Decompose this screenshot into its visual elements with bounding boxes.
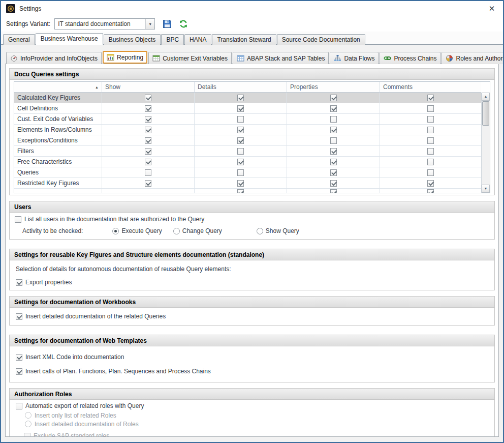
vertical-scrollbar[interactable]: ▲ ▼ bbox=[481, 93, 490, 193]
show-checkbox[interactable] bbox=[145, 159, 151, 165]
radio-label: Show Query bbox=[266, 227, 299, 234]
details-checkbox[interactable] bbox=[237, 116, 244, 123]
details-checkbox[interactable] bbox=[237, 189, 244, 193]
comments-checkbox[interactable] bbox=[427, 180, 434, 187]
main-tab-business-objects[interactable]: Business Objects bbox=[104, 34, 161, 45]
comments-checkbox[interactable] bbox=[427, 169, 434, 176]
properties-checkbox[interactable] bbox=[330, 159, 337, 165]
cell-details bbox=[195, 167, 287, 178]
comments-checkbox[interactable] bbox=[427, 116, 434, 123]
column-header-show[interactable]: Show bbox=[102, 82, 195, 92]
show-checkbox[interactable] bbox=[145, 180, 151, 187]
properties-checkbox[interactable] bbox=[330, 180, 337, 187]
show-checkbox[interactable] bbox=[145, 95, 151, 101]
cell-comments bbox=[380, 114, 481, 124]
properties-checkbox[interactable] bbox=[330, 95, 337, 101]
table-row-filters[interactable]: Filters bbox=[14, 146, 481, 157]
settings-variant-select[interactable]: IT standard documentation ▼ bbox=[54, 18, 155, 29]
activity-radio-execute-query[interactable]: Execute Query bbox=[112, 227, 162, 234]
export-properties-checkbox[interactable] bbox=[16, 279, 22, 286]
close-icon[interactable]: ✕ bbox=[486, 4, 498, 13]
properties-checkbox[interactable] bbox=[330, 105, 337, 112]
main-tab-hana[interactable]: HANA bbox=[184, 34, 211, 45]
table-row-cell-definitions[interactable]: Cell Definitions bbox=[14, 103, 481, 114]
sub-tab-infoprovider-and-infoobjects[interactable]: InfoProvider and InfoObjects bbox=[6, 52, 102, 64]
row-label: Elements in Rows/Columns bbox=[14, 125, 102, 135]
sub-tab-process-chains[interactable]: Process Chains bbox=[380, 52, 440, 64]
show-checkbox[interactable] bbox=[145, 148, 151, 155]
list-all-users-checkbox[interactable] bbox=[15, 216, 21, 223]
show-checkbox[interactable] bbox=[145, 137, 151, 144]
exclude-sap-roles-label: Exclude SAP standard roles bbox=[34, 432, 109, 437]
insert-xml-code-checkbox[interactable] bbox=[16, 354, 22, 361]
properties-checkbox[interactable] bbox=[330, 189, 337, 193]
table-row-partial[interactable] bbox=[14, 189, 481, 193]
properties-checkbox[interactable] bbox=[330, 169, 337, 176]
main-tab-bpc[interactable]: BPC bbox=[161, 34, 184, 45]
sub-tab-strip: InfoProvider and InfoObjectsReportingCus… bbox=[5, 51, 499, 64]
table-row-elements-in-rows-columns[interactable]: Elements in Rows/Columns bbox=[14, 125, 481, 135]
sub-tab-roles-and-authorizations[interactable]: Roles and Authorizations bbox=[442, 52, 503, 64]
comments-checkbox[interactable] bbox=[427, 189, 434, 193]
column-header-comments[interactable]: Comments bbox=[380, 82, 481, 92]
details-checkbox[interactable] bbox=[237, 169, 244, 176]
details-checkbox[interactable] bbox=[237, 137, 244, 144]
comments-checkbox[interactable] bbox=[427, 159, 434, 165]
auto-export-roles-checkbox[interactable] bbox=[16, 403, 22, 409]
show-checkbox[interactable] bbox=[145, 116, 151, 123]
comments-checkbox[interactable] bbox=[427, 148, 434, 155]
details-checkbox[interactable] bbox=[237, 127, 244, 133]
scroll-up-button[interactable]: ▲ bbox=[482, 93, 490, 101]
sub-tab-label: Roles and Authorizations bbox=[456, 55, 503, 62]
comments-checkbox[interactable] bbox=[427, 95, 434, 101]
details-checkbox[interactable] bbox=[237, 105, 244, 112]
sub-tab-customer-exit-variables[interactable]: Customer Exit Variables bbox=[148, 52, 232, 64]
cell-comments bbox=[380, 103, 481, 113]
chevron-down-icon[interactable]: ▼ bbox=[145, 19, 154, 29]
table-row-free-characteristics[interactable]: Free Characteristics bbox=[14, 157, 481, 167]
table-row-restricted-key-figures[interactable]: Restricted Key Figures bbox=[14, 178, 481, 189]
show-checkbox[interactable] bbox=[145, 105, 151, 112]
cell-details bbox=[195, 114, 287, 124]
activity-radio-change-query[interactable]: Change Query bbox=[173, 227, 222, 234]
table-row-calculated-key-figures[interactable]: Calculated Key Figures bbox=[14, 93, 481, 103]
sub-tab-abap-stack-and-sap-tables[interactable]: ABAP Stack and SAP Tables bbox=[233, 52, 329, 64]
scrollbar-track[interactable] bbox=[482, 126, 490, 185]
main-tab-translation-steward[interactable]: Translation Steward bbox=[212, 34, 276, 45]
scrollbar-thumb[interactable] bbox=[482, 101, 489, 126]
cell-comments bbox=[380, 125, 481, 135]
scroll-down-button[interactable]: ▼ bbox=[482, 185, 490, 193]
main-tab-business-warehouse[interactable]: Business Warehouse bbox=[36, 33, 103, 45]
column-header-details[interactable]: Details bbox=[195, 82, 287, 92]
table-row-queries[interactable]: Queries bbox=[14, 167, 481, 178]
table-row-cust-exit-code-of-variables[interactable]: Cust. Exit Code of Variables bbox=[14, 114, 481, 125]
comments-checkbox[interactable] bbox=[427, 137, 434, 144]
insert-related-queries-checkbox[interactable] bbox=[16, 313, 22, 320]
insert-plan-calls-checkbox[interactable] bbox=[16, 368, 22, 375]
sub-tab-data-flows[interactable]: Data Flows bbox=[330, 52, 379, 64]
main-tab-source-code-documentation[interactable]: Source Code Documentation bbox=[277, 34, 365, 45]
details-checkbox[interactable] bbox=[237, 159, 244, 165]
properties-checkbox[interactable] bbox=[330, 116, 337, 123]
comments-checkbox[interactable] bbox=[427, 127, 434, 133]
save-variant-button[interactable] bbox=[162, 19, 172, 29]
column-header-name[interactable]: ▲ bbox=[14, 82, 102, 92]
comments-checkbox[interactable] bbox=[427, 105, 434, 112]
show-checkbox[interactable] bbox=[145, 127, 151, 133]
sub-tab-reporting[interactable]: Reporting bbox=[103, 51, 147, 64]
details-checkbox[interactable] bbox=[237, 148, 244, 155]
refresh-button[interactable] bbox=[178, 19, 188, 29]
cell-comments bbox=[380, 93, 481, 103]
details-checkbox[interactable] bbox=[237, 95, 244, 101]
main-tab-general[interactable]: General bbox=[3, 34, 35, 45]
details-checkbox[interactable] bbox=[237, 180, 244, 187]
authorization-roles-section: Authorization Roles Automatic export of … bbox=[9, 388, 495, 437]
properties-checkbox[interactable] bbox=[330, 137, 337, 144]
sort-ascending-icon[interactable]: ▲ bbox=[95, 85, 99, 89]
column-header-properties[interactable]: Properties bbox=[287, 82, 380, 92]
table-row-exceptions-conditions[interactable]: Exceptions/Conditions bbox=[14, 135, 481, 146]
properties-checkbox[interactable] bbox=[330, 127, 337, 133]
show-checkbox[interactable] bbox=[145, 169, 151, 176]
properties-checkbox[interactable] bbox=[330, 148, 337, 155]
activity-radio-show-query[interactable]: Show Query bbox=[257, 227, 299, 234]
